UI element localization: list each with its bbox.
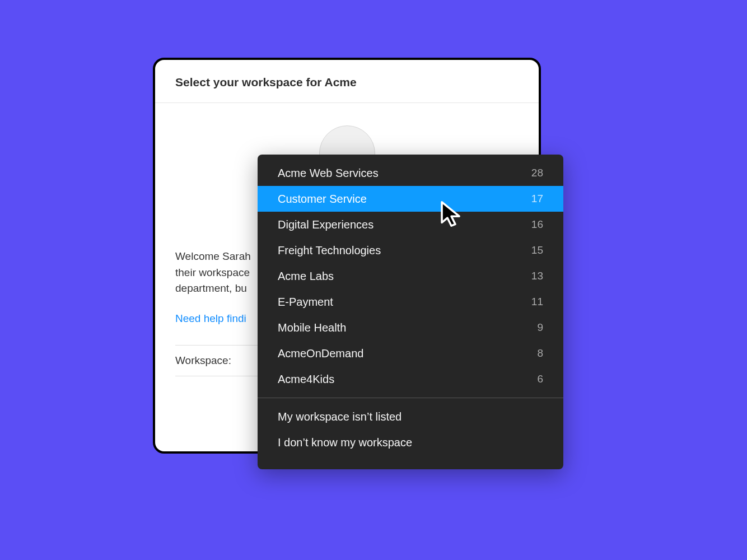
- dropdown-item-count: 9: [537, 321, 543, 334]
- dropdown-item-label: Freight Technologies: [278, 244, 381, 257]
- dropdown-item-label: Digital Experiences: [278, 218, 374, 231]
- dropdown-item[interactable]: Acme Labs13: [258, 263, 563, 289]
- dropdown-item[interactable]: Mobile Health9: [258, 315, 563, 340]
- dropdown-footer-item[interactable]: My workspace isn’t listed: [258, 404, 563, 430]
- modal-title: Select your workspace for Acme: [175, 76, 519, 89]
- dropdown-item[interactable]: Freight Technologies15: [258, 237, 563, 263]
- dropdown-item-label: Acme Web Services: [278, 167, 379, 180]
- dropdown-item[interactable]: Acme Web Services28: [258, 160, 563, 186]
- dropdown-item[interactable]: AcmeOnDemand8: [258, 340, 563, 366]
- dropdown-item-count: 17: [531, 193, 543, 205]
- dropdown-item-count: 28: [531, 167, 543, 179]
- dropdown-item[interactable]: E-Payment11: [258, 289, 563, 315]
- modal-header: Select your workspace for Acme: [155, 60, 539, 103]
- workspace-select-label: Workspace:: [175, 354, 231, 366]
- dropdown-footer-label: I don’t know my workspace: [278, 436, 412, 449]
- dropdown-list: Acme Web Services28Customer Service17Dig…: [258, 155, 563, 398]
- dropdown-item-label: Acme4Kids: [278, 373, 334, 386]
- dropdown-footer-item[interactable]: I don’t know my workspace: [258, 430, 563, 455]
- dropdown-item[interactable]: Customer Service17: [258, 186, 563, 212]
- dropdown-item-count: 13: [531, 270, 543, 282]
- dropdown-footer-label: My workspace isn’t listed: [278, 410, 401, 423]
- dropdown-footer: My workspace isn’t listedI don’t know my…: [258, 398, 563, 463]
- workspace-dropdown[interactable]: Acme Web Services28Customer Service17Dig…: [258, 155, 563, 469]
- dropdown-item-count: 6: [537, 373, 543, 385]
- dropdown-item-label: AcmeOnDemand: [278, 347, 363, 360]
- dropdown-item-label: E-Payment: [278, 296, 333, 309]
- dropdown-item-label: Customer Service: [278, 193, 367, 206]
- dropdown-item-count: 8: [537, 347, 543, 360]
- dropdown-item[interactable]: Digital Experiences16: [258, 212, 563, 237]
- dropdown-item[interactable]: Acme4Kids6: [258, 366, 563, 392]
- dropdown-item-count: 16: [531, 218, 543, 231]
- dropdown-item-count: 15: [531, 244, 543, 256]
- dropdown-item-label: Mobile Health: [278, 321, 346, 334]
- dropdown-item-count: 11: [531, 296, 543, 308]
- dropdown-item-label: Acme Labs: [278, 270, 334, 283]
